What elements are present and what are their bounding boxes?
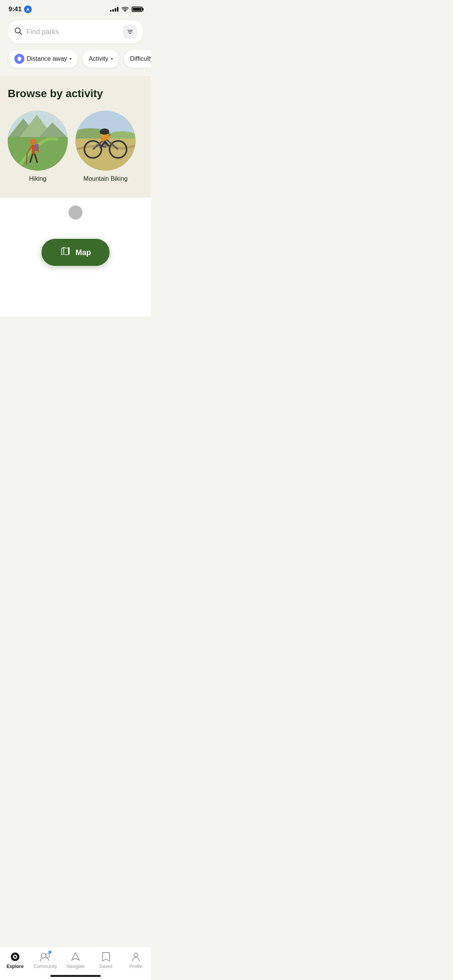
- svg-line-2: [20, 32, 22, 34]
- hiking-circle: [8, 111, 68, 171]
- signal-icon: [110, 7, 118, 12]
- browse-title: Browse by activity: [8, 87, 143, 100]
- hiking-label: Hiking: [29, 175, 46, 182]
- activity-mountain-biking[interactable]: Mountain Biking: [76, 111, 136, 182]
- filter-activity[interactable]: Activity ▾: [82, 50, 120, 68]
- svg-point-0: [125, 11, 125, 12]
- distance-chevron: ▾: [69, 56, 72, 62]
- filter-distance[interactable]: Distance away ▾: [8, 50, 78, 68]
- activity-hiking[interactable]: Hiking: [8, 111, 68, 182]
- shield-icon: [14, 54, 24, 64]
- map-icon: [60, 246, 71, 259]
- difficulty-label: Difficulty: [130, 55, 151, 62]
- filter-button[interactable]: [123, 25, 137, 39]
- map-button-wrap: Map: [0, 223, 151, 278]
- search-container: Find parks: [0, 16, 151, 50]
- svg-line-38: [105, 136, 109, 137]
- status-time: 9:41: [9, 5, 32, 13]
- search-icon: [14, 27, 22, 37]
- search-placeholder[interactable]: Find parks: [26, 28, 119, 36]
- scroll-dot: [69, 206, 82, 219]
- status-bar: 9:41: [0, 0, 151, 16]
- browse-section: Browse by activity: [0, 76, 151, 198]
- wifi-icon: [122, 6, 129, 13]
- location-active-icon: [24, 5, 32, 13]
- filter-pills: Distance away ▾ Activity ▾ Difficulty ▾: [0, 50, 151, 76]
- activity-label: Activity: [89, 55, 108, 62]
- battery-icon: [132, 7, 142, 12]
- activity-list: Hiking: [8, 111, 143, 182]
- svg-rect-13: [8, 137, 68, 171]
- distance-label: Distance away: [27, 55, 67, 62]
- filter-difficulty[interactable]: Difficulty ▾: [124, 50, 151, 68]
- biking-label: Mountain Biking: [84, 175, 128, 182]
- activity-chevron: ▾: [111, 56, 113, 62]
- search-bar[interactable]: Find parks: [8, 20, 143, 43]
- main-content: Map: [0, 198, 151, 316]
- map-button-label: Map: [76, 248, 91, 257]
- map-button[interactable]: Map: [41, 239, 110, 266]
- svg-rect-37: [100, 132, 109, 134]
- svg-point-14: [30, 139, 36, 145]
- svg-line-20: [26, 153, 27, 164]
- biking-circle: [76, 111, 136, 171]
- status-icons: [110, 6, 142, 13]
- scroll-indicator: [0, 198, 151, 223]
